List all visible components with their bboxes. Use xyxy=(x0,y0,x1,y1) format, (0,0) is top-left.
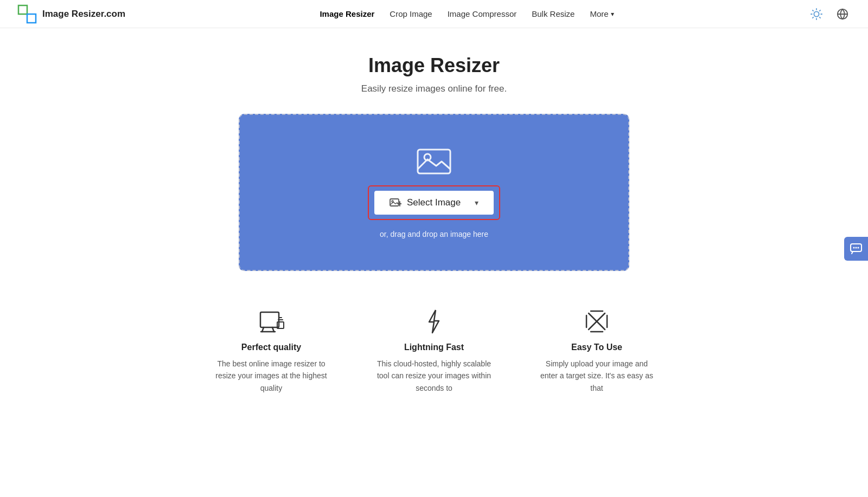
feature-easy-to-use-desc: Simply upload your image and enter a tar… xyxy=(537,358,656,394)
drop-zone[interactable]: Select Image ▾ or, drag and drop an imag… xyxy=(239,114,629,271)
drag-drop-text: or, drag and drop an image here xyxy=(380,230,488,238)
features-section: Perfect quality The best online image re… xyxy=(0,297,868,394)
chevron-down-icon: ▾ xyxy=(611,10,614,18)
svg-rect-0 xyxy=(18,5,27,14)
svg-line-5 xyxy=(813,10,813,10)
chat-icon xyxy=(850,242,863,255)
globe-icon xyxy=(837,8,848,20)
page-title: Image Resizer xyxy=(0,54,868,77)
image-placeholder-icon xyxy=(417,146,451,176)
nav-image-resizer[interactable]: Image Resizer xyxy=(320,9,374,18)
dropdown-chevron-icon: ▾ xyxy=(475,198,478,207)
svg-line-6 xyxy=(820,17,820,17)
svg-rect-13 xyxy=(418,150,450,173)
feature-lightning-fast-title: Lightning Fast xyxy=(404,343,464,352)
select-image-button[interactable]: Select Image ▾ xyxy=(374,191,494,215)
svg-rect-15 xyxy=(390,199,399,206)
select-image-wrapper: Select Image ▾ xyxy=(368,185,500,220)
feature-lightning-fast: Lightning Fast This cloud-hosted, highly… xyxy=(374,308,494,394)
nav-image-compressor[interactable]: Image Compressor xyxy=(448,9,517,18)
theme-toggle-button[interactable] xyxy=(808,6,825,22)
nav-icons xyxy=(808,6,851,22)
svg-rect-19 xyxy=(260,312,279,327)
nav-links: Image Resizer Crop Image Image Compresso… xyxy=(320,9,614,18)
svg-point-34 xyxy=(856,247,857,248)
lightning-fast-icon xyxy=(420,308,448,335)
feature-easy-to-use: Easy To Use Simply upload your image and… xyxy=(537,308,656,394)
feature-easy-to-use-title: Easy To Use xyxy=(571,343,622,352)
select-image-icon xyxy=(390,197,401,208)
svg-line-10 xyxy=(820,10,820,10)
language-button[interactable] xyxy=(834,6,851,22)
feature-perfect-quality-desc: The best online image resizer to resize … xyxy=(212,358,331,394)
svg-point-2 xyxy=(814,11,819,16)
svg-rect-1 xyxy=(27,14,36,23)
logo-icon xyxy=(17,4,37,24)
nav-more[interactable]: More ▾ xyxy=(590,9,614,18)
feature-perfect-quality: Perfect quality The best online image re… xyxy=(212,308,331,394)
hero-subtitle: Easily resize images online for free. xyxy=(0,83,868,94)
brand-name: Image Resizer.com xyxy=(42,9,125,20)
hero-section: Image Resizer Easily resize images onlin… xyxy=(0,28,868,114)
svg-point-33 xyxy=(853,247,855,248)
perfect-quality-icon xyxy=(258,308,285,335)
logo[interactable]: Image Resizer.com xyxy=(17,4,125,24)
nav-bulk-resize[interactable]: Bulk Resize xyxy=(532,9,575,18)
select-image-label: Select Image xyxy=(407,197,461,208)
easy-to-use-icon xyxy=(583,308,610,335)
upload-section: Select Image ▾ or, drag and drop an imag… xyxy=(0,114,868,297)
chat-button[interactable] xyxy=(844,237,868,261)
feature-lightning-fast-desc: This cloud-hosted, highly scalable tool … xyxy=(374,358,494,394)
feature-perfect-quality-title: Perfect quality xyxy=(241,343,301,352)
svg-line-9 xyxy=(813,17,813,17)
nav-crop-image[interactable]: Crop Image xyxy=(390,9,432,18)
sun-icon xyxy=(810,8,822,20)
svg-point-35 xyxy=(858,247,859,248)
